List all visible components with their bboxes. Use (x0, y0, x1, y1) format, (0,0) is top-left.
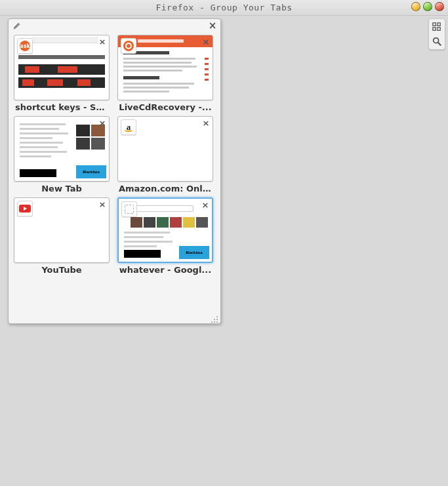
group-toolbar: × (9, 19, 220, 32)
tab-thumbnail[interactable]: × (14, 197, 110, 263)
search-button[interactable] (430, 35, 443, 48)
favicon (17, 201, 33, 216)
amazon-icon: a (125, 123, 132, 132)
minimize-button[interactable] (411, 2, 420, 11)
close-tab-button[interactable]: × (201, 200, 210, 209)
tab-thumbnail[interactable]: × (117, 35, 213, 100)
titlebar: Firefox - Group Your Tabs (0, 0, 448, 16)
ask-icon: ask (20, 41, 30, 51)
svg-point-3 (211, 321, 213, 323)
tab-label: LiveCdRecovery -... (117, 100, 213, 112)
svg-point-2 (216, 319, 218, 320)
ubuntu-icon (123, 41, 134, 51)
tab-item[interactable]: × LiveCdRecovery - (117, 35, 213, 112)
thumbnail-tile-label: Blackboa (179, 246, 209, 259)
favicon: ask (17, 38, 33, 54)
tab-thumbnail[interactable]: a × (117, 116, 213, 182)
close-tab-button[interactable]: × (98, 118, 107, 127)
tab-item[interactable]: × YouTube (14, 197, 110, 275)
close-tab-button[interactable]: × (201, 37, 211, 46)
tab-label: Amazon.com: Onl... (117, 182, 213, 193)
favicon (121, 201, 137, 217)
panorama-content: × ask × shortcut keys - Sc... (0, 16, 448, 486)
tab-group-panel[interactable]: × ask × shortcut keys - Sc... (8, 18, 221, 324)
tab-label: whatever - Googl... (117, 263, 213, 275)
blank-page-icon (125, 205, 134, 214)
svg-rect-6 (433, 23, 436, 26)
youtube-icon (19, 205, 31, 213)
favicon: a (121, 119, 136, 135)
svg-rect-8 (433, 28, 436, 30)
groups-grid-button[interactable] (430, 20, 443, 33)
side-toolbar (428, 18, 445, 50)
svg-point-4 (214, 321, 215, 323)
tabs-grid: ask × shortcut keys - Sc... × (9, 32, 220, 277)
close-tab-button[interactable]: × (98, 199, 107, 209)
tab-thumbnail[interactable]: × Blackboa (14, 116, 110, 182)
tab-thumbnail[interactable]: × Blackboa (117, 197, 213, 263)
close-tab-button[interactable]: × (201, 118, 211, 127)
tab-label: New Tab (14, 182, 110, 193)
tab-item[interactable]: a × Amazon.com: Onl... (117, 116, 213, 193)
tab-thumbnail[interactable]: ask × (14, 35, 110, 100)
tab-item[interactable]: ask × shortcut keys - Sc... (14, 35, 110, 112)
window-title: Firefox - Group Your Tabs (0, 3, 448, 12)
tab-item[interactable]: × Blackboa N (14, 116, 110, 193)
close-group-button[interactable]: × (207, 20, 218, 31)
tab-label: YouTube (14, 263, 110, 275)
tab-label: shortcut keys - Sc... (14, 100, 110, 112)
svg-point-5 (216, 321, 218, 323)
svg-line-11 (438, 43, 441, 45)
svg-point-1 (214, 319, 215, 320)
thumbnail-tile-label: Blackboa (76, 165, 106, 178)
tab-item[interactable]: × Blackboa whatever - Googl... (117, 197, 213, 275)
favicon (121, 38, 136, 54)
maximize-button[interactable] (423, 2, 432, 11)
close-window-button[interactable] (435, 2, 444, 11)
svg-rect-7 (438, 23, 440, 26)
svg-point-0 (216, 316, 218, 317)
window-controls (411, 2, 444, 11)
svg-rect-9 (438, 28, 440, 30)
resize-grip[interactable] (211, 314, 218, 321)
close-tab-button[interactable]: × (98, 37, 107, 46)
pencil-icon[interactable] (11, 20, 22, 31)
